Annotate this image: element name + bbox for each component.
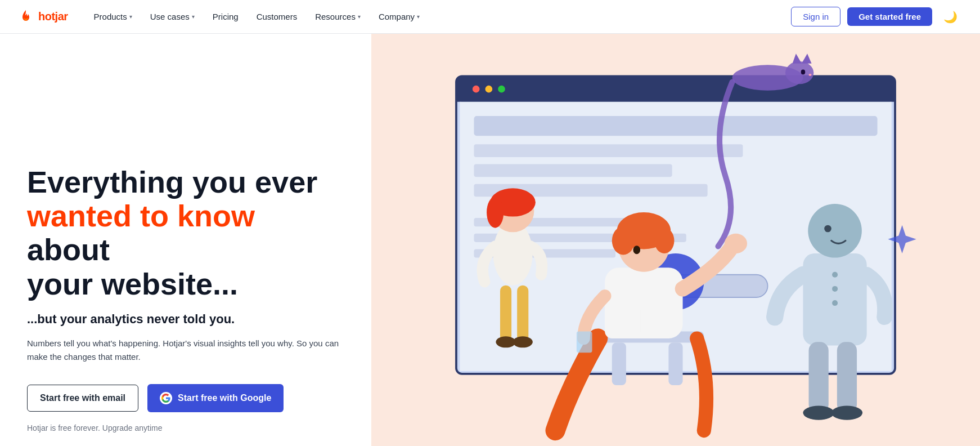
svg-point-52 [824, 225, 831, 233]
signin-button[interactable]: Sign in [791, 7, 840, 26]
use-cases-chevron-icon: ▾ [192, 14, 195, 20]
nav-use-cases[interactable]: Use cases ▾ [142, 7, 203, 26]
svg-rect-7 [474, 116, 877, 136]
headline-highlight: wanted to know [27, 199, 255, 233]
hero-section: Everything you ever wanted to know about… [0, 34, 980, 446]
hero-headline: Everything you ever wanted to know about… [27, 165, 344, 301]
hero-image [371, 34, 980, 446]
svg-point-40 [633, 246, 641, 254]
svg-rect-2 [456, 93, 895, 102]
svg-point-44 [808, 204, 862, 258]
svg-rect-35 [605, 303, 640, 338]
dark-mode-button[interactable]: 🌙 [939, 8, 962, 26]
hero-illustration [371, 34, 980, 446]
hero-content: Everything you ever wanted to know about… [0, 34, 371, 446]
svg-point-39 [654, 228, 674, 253]
hero-description: Numbers tell you what's happening. Hotja… [27, 337, 342, 364]
svg-point-47 [832, 300, 838, 306]
get-started-button[interactable]: Get started free [847, 7, 932, 26]
svg-point-30 [513, 336, 533, 347]
nav-pricing[interactable]: Pricing [205, 7, 246, 26]
svg-rect-48 [809, 342, 829, 413]
navbar: hotjar Products ▾ Use cases ▾ Pricing Cu… [0, 0, 980, 34]
svg-rect-49 [837, 342, 857, 413]
svg-rect-8 [474, 144, 743, 157]
google-icon [160, 392, 172, 404]
headline-part3: your website... [27, 267, 238, 301]
svg-rect-43 [803, 253, 866, 346]
svg-rect-9 [474, 164, 672, 177]
hero-cta-group: Start free with email Start free with Go… [27, 384, 344, 412]
svg-rect-42 [577, 331, 592, 353]
svg-rect-33 [668, 343, 682, 385]
svg-point-4 [485, 86, 493, 93]
headline-part2: about [27, 233, 110, 266]
svg-point-45 [832, 272, 838, 278]
svg-rect-32 [612, 343, 626, 385]
svg-rect-27 [500, 286, 511, 342]
fine-print: Hotjar is free forever. Upgrade anytime [27, 423, 344, 432]
company-chevron-icon: ▾ [417, 14, 420, 20]
logo[interactable]: hotjar [18, 9, 68, 25]
svg-point-29 [496, 336, 515, 347]
resources-chevron-icon: ▾ [358, 14, 361, 20]
svg-marker-20 [802, 53, 812, 64]
products-chevron-icon: ▾ [129, 14, 132, 20]
svg-point-18 [785, 61, 813, 84]
svg-point-5 [498, 86, 505, 93]
hero-subheadline: ...but your analytics never told you. [27, 312, 344, 327]
svg-point-41 [725, 234, 747, 253]
logo-text: hotjar [38, 10, 68, 23]
nav-actions: Sign in Get started free 🌙 [791, 7, 962, 26]
nav-resources[interactable]: Resources ▾ [307, 7, 368, 26]
svg-point-21 [801, 70, 806, 75]
svg-marker-19 [793, 53, 802, 64]
start-google-button[interactable]: Start free with Google [147, 384, 284, 412]
svg-point-51 [831, 406, 862, 420]
svg-point-50 [803, 406, 834, 420]
svg-rect-28 [517, 286, 528, 342]
svg-point-38 [612, 226, 635, 255]
svg-point-3 [473, 86, 480, 93]
svg-point-22 [809, 74, 812, 76]
start-email-button[interactable]: Start free with email [27, 385, 138, 412]
nav-links: Products ▾ Use cases ▾ Pricing Customers… [86, 7, 792, 26]
logo-icon [18, 9, 34, 25]
svg-point-26 [487, 197, 504, 228]
nav-products[interactable]: Products ▾ [86, 7, 140, 26]
nav-customers[interactable]: Customers [249, 7, 305, 26]
nav-company[interactable]: Company ▾ [371, 7, 428, 26]
svg-point-46 [832, 286, 838, 292]
